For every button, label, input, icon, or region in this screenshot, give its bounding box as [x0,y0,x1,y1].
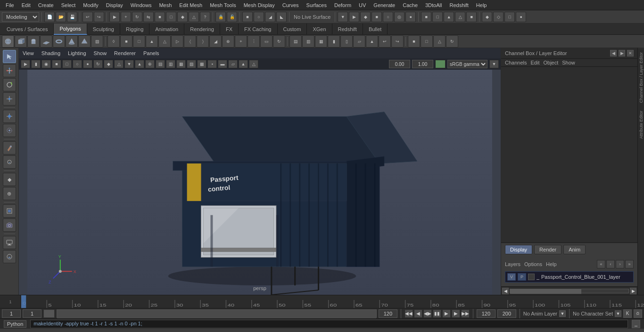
poly-bool-btn[interactable]: ▮ [328,35,340,48]
vp-tb-btn-10[interactable]: △ [114,60,124,68]
viewport-menu-show[interactable]: Show [94,50,107,56]
uv-cut-btn[interactable]: △ [433,35,446,48]
menu-modify[interactable]: Modify [79,1,102,9]
tool-btn-14[interactable]: ◢ [265,12,275,22]
menu-mesh-tools[interactable]: Mesh Tools [206,1,239,9]
tool-btn-8[interactable]: △ [189,12,199,22]
panel-arrow-left-btn[interactable]: ◀ [610,50,617,57]
render-region-btn[interactable] [3,204,16,218]
scale-tool-btn[interactable] [3,92,16,105]
poly-mirror-btn[interactable]: ▯ [340,35,353,48]
menu-file[interactable]: File [2,1,18,9]
tool-btn-1[interactable]: ▶ [109,12,120,22]
menu-surfaces[interactable]: Surfaces [303,1,330,9]
tool-btn-12[interactable]: ■ [242,12,253,22]
tab-sculpting[interactable]: Sculpting [87,24,120,35]
next-frame-btn[interactable]: ▶ [452,309,460,318]
tab-curves-surfaces[interactable]: Curves / Surfaces [1,24,54,35]
poly-torus-btn[interactable] [53,35,65,48]
script-editor-btn[interactable]: ⎯ [632,320,640,328]
tool-btn-5[interactable]: ■ [155,12,165,22]
poly-bridge-btn[interactable]: ▷ [171,35,183,48]
tool-btn-7[interactable]: ◆ [177,12,188,22]
colorspace-select[interactable]: sRGB gamma Linear [447,60,487,68]
vp-tb-btn-16[interactable]: ▦ [176,60,186,68]
vp-tb-btn-13[interactable]: ⊕ [145,60,155,68]
display-btn[interactable] [3,236,16,249]
poly-prism-btn[interactable]: ▨ [91,35,103,48]
anim-range-end[interactable] [497,309,516,318]
tool-btn-19[interactable]: ■ [372,12,382,22]
menu-help[interactable]: Help [472,1,491,9]
poly-bevel-btn[interactable]: ▲ [146,35,158,48]
display-tab-btn[interactable]: Display [505,245,532,254]
transform-tool-btn[interactable] [3,110,16,123]
vp-tb-btn-3[interactable]: ◉ [41,60,51,68]
tool-btn-15[interactable]: ◣ [276,12,287,22]
tab-bullet[interactable]: Bullet [363,24,388,35]
tool-btn-13[interactable]: ○ [254,12,264,22]
layers-nav-first-btn[interactable]: « [597,260,605,268]
tab-rigging[interactable]: Rigging [120,24,149,35]
scroll-left-btn[interactable]: ◀ [502,288,509,294]
vp-tb-btn-20[interactable]: ▬ [218,60,227,68]
poly-target-btn[interactable]: ⊕ [222,35,234,48]
tool-btn-23[interactable]: ■ [421,12,431,22]
tool-btn-6[interactable]: □ [166,12,176,22]
vp-tb-btn-18[interactable]: ▩ [197,60,206,68]
tool-btn-9[interactable]: ? [200,12,210,22]
viewport-menu-lighting[interactable]: Lighting [68,50,86,56]
timeline[interactable]: 1 0 5 10 15 20 25 30 35 40 45 [0,295,644,308]
cb-menu-edit[interactable]: Edit [530,60,539,65]
snap-btn[interactable]: ◆ [3,173,16,186]
key-settings-btn[interactable]: ⛭ [634,309,642,318]
render-btn-1[interactable]: ◆ [482,12,492,22]
layers-label[interactable]: Layers [505,261,520,267]
menu-edit[interactable]: Edit [18,1,34,9]
layers-options-btn[interactable]: Options [524,261,542,267]
menu-edit-mesh[interactable]: Edit Mesh [175,1,206,9]
attribute-editor-tab[interactable]: Attribute Editor [638,107,644,143]
layers-scrollbar[interactable]: ◀ ▶ [501,286,637,295]
scroll-right-btn[interactable]: ▶ [630,288,636,294]
menu-windows[interactable]: Windows [127,1,156,9]
colorspace-arrow-btn[interactable]: ▼ [489,60,499,68]
vp-tb-btn-6[interactable]: ○ [73,60,82,68]
redo-button[interactable]: ↪ [94,12,104,22]
frame-start-input[interactable] [2,309,21,318]
range-end-input[interactable] [379,309,397,318]
vp-tb-btn-12[interactable]: ▲ [135,60,144,68]
poly-cone-btn[interactable] [66,35,78,48]
menu-display[interactable]: Display [102,1,127,9]
vp-tb-btn-23[interactable]: △ [249,60,258,68]
poly-offset-btn[interactable]: ▭ [260,35,272,48]
poly-plane-btn[interactable] [40,35,52,48]
tab-rendering[interactable]: Rendering [184,24,220,35]
tool-btn-17[interactable]: ▶ [349,12,359,22]
tool-btn-25[interactable]: ▲ [444,12,454,22]
tool-btn-27[interactable]: ■ [466,12,477,22]
vp-tb-btn-4[interactable]: ■ [52,60,61,68]
tab-fx-caching[interactable]: FX Caching [239,24,277,35]
poly-cut-btn[interactable]: 〈 [184,35,196,48]
scrollbar-track[interactable] [510,289,629,293]
open-file-button[interactable]: 📂 [56,12,66,22]
anim-tab-btn[interactable]: Anim [563,245,586,254]
scrollbar-thumb[interactable] [510,289,581,294]
poly-cylinder-btn[interactable] [27,35,40,48]
next-key-btn[interactable]: ▶▶ [461,309,470,318]
vp-tb-btn-19[interactable]: ▪ [207,60,217,68]
layer-name-label[interactable]: Passport_Control_Blue_001_layer [541,274,631,280]
sculpt-btn[interactable] [3,155,16,169]
menu-create[interactable]: Create [34,1,58,9]
play-back-btn[interactable]: ◀▶ [423,309,432,318]
poly-fill-btn[interactable]: ◢ [209,35,222,48]
poly-smooth-btn[interactable]: ▱ [353,35,365,48]
vp-tb-btn-21[interactable]: ▱ [228,60,238,68]
undo-button[interactable]: ↩ [83,12,93,22]
vp-tb-btn-2[interactable]: ▮ [31,60,41,68]
render-tab-btn[interactable]: Render [534,245,561,254]
command-line[interactable]: makeIdentity -apply true -t 1 -r 1 -s 1 … [30,320,628,328]
vp-tb-btn-1[interactable]: ▶ [21,60,30,68]
viewport-canvas[interactable]: Passport control [19,70,501,295]
